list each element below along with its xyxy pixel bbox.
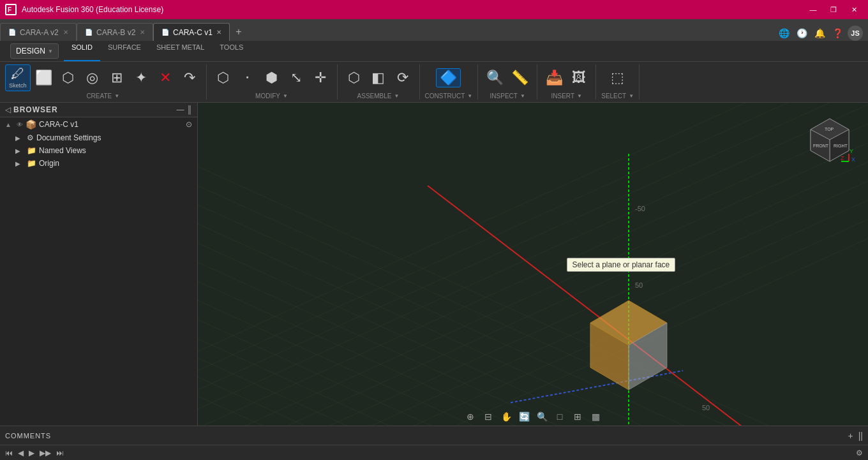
scale-button[interactable]: ⤡ [285,69,308,87]
press-pull-icon: ⬡ [217,71,229,85]
window-controls: — ❐ ✕ [804,3,863,16]
browser-panel: ◁ BROWSER — ║ ▲ 👁 📦 CARA-C v1 ⊙ ▶ ⚙ Docu… [0,103,198,426]
ribbon-group-modify: ⬡ ⬝ ⬢ ⤡ ✛ MODIFY ▼ [207,64,338,100]
nav-cube[interactable]: TOP RIGHT FRONT Z Y X [804,115,855,167]
tabbar: 📄 CARA-A v2 ✕ 📄 CARA-B v2 ✕ 📄 CARA-C v1 … [0,19,868,41]
tree-expand-doc-settings[interactable]: ▶ [15,135,24,142]
shell-button[interactable]: ⬢ [260,69,283,87]
browser-minus-icon[interactable]: — [176,105,184,114]
pattern-icon: ⊞ [111,71,123,85]
inspect-measure-button[interactable]: 🔍 [483,69,507,87]
ribbon-group-assemble: ⬡ ◧ ⟳ ASSEMBLE ▼ [338,64,420,100]
tree-item-root[interactable]: ▲ 👁 📦 CARA-C v1 ⊙ [0,117,197,131]
extrude-icon: ⬡ [62,71,74,85]
motion-link-icon: ⟳ [397,71,408,85]
construct-group-arrow: ▼ [467,93,472,99]
tree-item-named-views[interactable]: ▶ 📁 Named Views [0,144,197,157]
ribbon-tab-sheet-metal[interactable]: SHEET METAL [149,41,212,61]
finish-sketch-button[interactable]: ⬜ [32,69,56,87]
tab-cara-a-v2[interactable]: 📄 CARA-A v2 ✕ [0,23,77,41]
minimize-button[interactable]: — [804,3,822,16]
inspect-rule-icon: 📏 [511,71,528,85]
tree-icon-doc-settings: ⚙ [27,133,34,142]
joint-button[interactable]: ◧ [367,69,390,87]
user-avatar[interactable]: JS [848,26,863,41]
tab-close-cara-b[interactable]: ✕ [140,29,145,36]
tree-item-origin[interactable]: ▶ 📁 Origin [0,157,197,170]
move-button[interactable]: ✛ [309,69,332,87]
svg-text:50: 50 [635,281,643,289]
tree-label-origin: Origin [39,159,59,168]
comments-collapse-icon[interactable]: || [858,431,863,441]
create-sketch-button[interactable]: 🖊 Sketch [5,64,31,91]
select-button[interactable]: ⬚ [606,69,629,87]
select-group-label: SELECT [601,93,626,100]
fillet-button[interactable]: ⬝ [236,69,259,87]
online-status-icon[interactable]: 🌐 [776,26,791,41]
tab-close-cara-c[interactable]: ✕ [216,29,221,36]
tab-close-cara-a[interactable]: ✕ [63,29,68,36]
tree-expand-root[interactable]: ▲ [5,121,14,128]
component-button[interactable]: ⬡ [343,69,366,87]
help-icon[interactable]: ❓ [830,26,845,41]
tree-settings-root[interactable]: ⊙ [186,120,192,129]
extrude-button[interactable]: ⬡ [57,69,80,87]
playbar-skip-end-button[interactable]: ⏭ [56,449,64,457]
playbar: ⏮ ◀ ▶ ▶▶ ⏭ ⚙ [0,445,868,460]
viewport-orbit-button[interactable]: 🔄 [516,409,532,424]
viewport-more-button[interactable]: ▦ [588,409,603,424]
insert-decal-button[interactable]: 📥 [542,69,566,87]
history-icon[interactable]: 🕐 [794,26,809,41]
delete-button[interactable]: ✕ [154,69,177,87]
pattern-button[interactable]: ⊞ [105,69,128,87]
tree-item-doc-settings[interactable]: ▶ ⚙ Document Settings [0,131,197,144]
revolve-button[interactable]: ◎ [81,69,104,87]
new-tab-button[interactable]: + [230,23,248,41]
notifications-icon[interactable]: 🔔 [812,26,827,41]
viewport-grid-button[interactable]: ⊞ [570,409,585,424]
comments-add-icon[interactable]: + [848,431,853,441]
select-icon: ⬚ [611,71,624,85]
insert-canvas-button[interactable]: 🖼 [567,69,590,87]
tree-expand-origin[interactable]: ▶ [15,160,24,167]
motion-link-button[interactable]: ⟳ [391,69,414,87]
playbar-next-button[interactable]: ▶▶ [40,449,51,457]
inspect-rule-button[interactable]: 📏 [508,69,532,87]
viewport-zoom-in-button[interactable]: 🔍 [534,409,550,424]
fillet-icon: ⬝ [243,71,251,85]
playbar-skip-start-button[interactable]: ⏮ [5,449,13,457]
playbar-play-button[interactable]: ▶ [29,449,34,457]
design-dropdown[interactable]: DESIGN ▼ [10,43,59,59]
mirror-button[interactable]: ✦ [130,69,153,87]
tree-expand-named-views[interactable]: ▶ [15,147,24,154]
ribbon-tab-surface[interactable]: SURFACE [100,41,149,61]
browser-collapse-icon[interactable]: ║ [186,105,192,114]
playbar-settings-icon[interactable]: ⚙ [856,449,863,457]
ribbon-group-insert: 📥 🖼 INSERT ▼ [537,64,596,100]
ribbon-tabs: DESIGN ▼ SOLID SURFACE SHEET METAL TOOLS [0,41,868,62]
construct-plane-button[interactable]: 🔷 [436,68,461,87]
tab-cara-b-v2[interactable]: 📄 CARA-B v2 ✕ [77,23,153,41]
tab-cara-c-v1[interactable]: 📄 CARA-C v1 ✕ [153,23,230,41]
tab-label-cara-c: CARA-C v1 [173,28,213,37]
viewport-display-mode-button[interactable]: □ [552,409,567,424]
comments-bar: COMMENTS + || [0,426,868,445]
viewport-pan-button[interactable]: ✋ [498,409,514,424]
ribbon-tab-tools[interactable]: TOOLS [212,41,251,61]
close-button[interactable]: ✕ [845,3,863,16]
viewport-tooltip: Select a plane or planar face [567,258,676,272]
tab-right-icons: 🌐 🕐 🔔 ❓ JS [776,26,868,41]
browser-expand-icon[interactable]: ◁ [5,105,11,114]
viewport-fit-button[interactable]: ⊟ [481,409,496,424]
visibility-icon-root[interactable]: 👁 [17,121,23,128]
create-more-button[interactable]: ↷ [178,69,201,87]
playbar-prev-button[interactable]: ◀ [18,449,24,457]
ribbon-tab-solid[interactable]: SOLID [64,41,100,61]
delete-icon: ✕ [160,71,171,85]
ribbon: DESIGN ▼ SOLID SURFACE SHEET METAL TOOLS… [0,41,868,103]
press-pull-button[interactable]: ⬡ [212,69,235,87]
maximize-button[interactable]: ❐ [825,3,842,16]
viewport-transform-button[interactable]: ⊕ [463,409,478,424]
ribbon-group-construct: 🔷 CONSTRUCT ▼ [420,64,479,100]
svg-text:Z: Z [841,155,844,161]
